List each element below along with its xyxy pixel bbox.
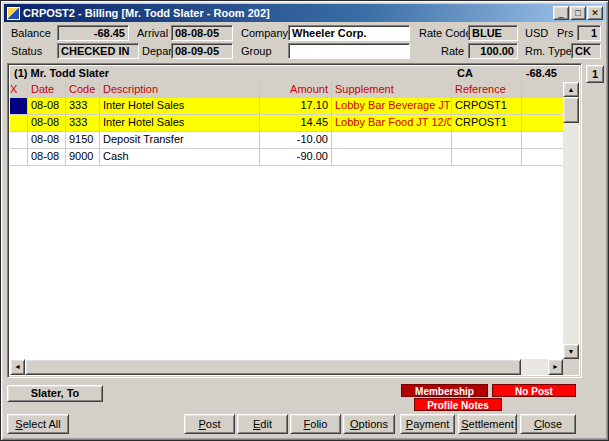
transactions-grid: (1) Mr. Todd Slater CA -68.45 X Date Cod…	[7, 63, 582, 378]
column-header-date[interactable]: Date	[28, 82, 66, 98]
cell-sel[interactable]	[10, 98, 28, 114]
guest-tab-button[interactable]: Slater, To	[7, 385, 103, 402]
rate-field: 100.00	[468, 43, 518, 59]
rm-type-field: CK	[571, 43, 601, 59]
guest-balance: -68.45	[526, 66, 557, 81]
app-icon	[7, 7, 20, 20]
cell-code[interactable]: 9150	[66, 132, 100, 148]
minimize-button-icon[interactable]: _	[553, 6, 569, 20]
cell-code[interactable]: 333	[66, 98, 100, 114]
cell-amount[interactable]: -90.00	[260, 149, 332, 165]
scroll-up-icon[interactable]: ▲	[563, 82, 579, 97]
cell-filler[interactable]	[522, 149, 563, 165]
payment-button[interactable]: Payment	[400, 414, 455, 434]
company-field[interactable]: Wheeler Corp.	[288, 25, 410, 41]
profile-notes-flag[interactable]: Profile Notes	[414, 398, 502, 411]
group-label: Group	[241, 44, 272, 59]
rate-label: Rate	[441, 44, 464, 59]
payment-type: CA	[457, 66, 473, 81]
grid-header-row: X Date Code Description Amount Supplemen…	[10, 82, 563, 99]
cell-filler[interactable]	[522, 98, 563, 114]
cell-date[interactable]: 08-08	[28, 115, 66, 131]
rm-type-label: Rm. Type	[525, 44, 572, 59]
cell-sel[interactable]	[10, 115, 28, 131]
column-header-filler	[522, 82, 563, 98]
cell-amount[interactable]: -10.00	[260, 132, 332, 148]
guest-header-bar[interactable]: (1) Mr. Todd Slater CA -68.45	[10, 66, 579, 83]
horizontal-scroll-thumb[interactable]	[25, 359, 521, 375]
prs-field: 1	[577, 25, 601, 41]
close-button[interactable]: Close	[520, 414, 576, 434]
balance-field: -68.45	[57, 25, 129, 41]
cell-reference[interactable]: CRPOST1	[452, 115, 522, 131]
grid-body: 08-08333Inter Hotel Sales17.10Lobby Bar …	[10, 98, 563, 359]
column-header-description[interactable]: Description	[100, 82, 260, 98]
cell-reference[interactable]: CRPOST1	[452, 98, 522, 114]
settlement-button[interactable]: Settlement	[458, 414, 517, 434]
cell-description[interactable]: Inter Hotel Sales	[100, 98, 260, 114]
edit-button[interactable]: Edit	[237, 414, 288, 434]
guest-name: (1) Mr. Todd Slater	[14, 66, 109, 81]
cell-amount[interactable]: 17.10	[260, 98, 332, 114]
prs-label: Prs	[557, 26, 574, 41]
membership-flag[interactable]: Membership	[401, 384, 488, 397]
no-post-flag[interactable]: No Post	[492, 384, 576, 397]
cell-supplement[interactable]: Lobby Bar Beverage JT 12/08	[332, 98, 452, 114]
table-row[interactable]: 08-08333Inter Hotel Sales14.45Lobby Bar …	[10, 115, 563, 132]
arrival-label: Arrival	[137, 26, 168, 41]
currency-label: USD	[525, 26, 548, 41]
cell-description[interactable]: Deposit Transfer	[100, 132, 260, 148]
status-label: Status	[11, 44, 42, 59]
cell-reference[interactable]	[452, 132, 522, 148]
scrollbar-corner	[563, 359, 579, 375]
scroll-left-icon[interactable]: ◄	[10, 359, 25, 375]
cell-supplement[interactable]	[332, 149, 452, 165]
billing-window: CRPOST2 - Billing [Mr. Todd Slater - Roo…	[0, 0, 609, 441]
cell-amount[interactable]: 14.45	[260, 115, 332, 131]
table-row[interactable]: 08-089000Cash-90.00	[10, 149, 563, 166]
table-row[interactable]: 08-08333Inter Hotel Sales17.10Lobby Bar …	[10, 98, 563, 115]
window-title: CRPOST2 - Billing [Mr. Todd Slater - Roo…	[23, 7, 552, 19]
rate-code-label: Rate Code	[419, 26, 472, 41]
cell-code[interactable]: 9000	[66, 149, 100, 165]
balance-label: Balance	[11, 26, 51, 41]
cell-code[interactable]: 333	[66, 115, 100, 131]
horizontal-scrollbar[interactable]: ◄ ►	[10, 359, 563, 375]
cell-date[interactable]: 08-08	[28, 149, 66, 165]
options-button[interactable]: Options	[343, 414, 395, 434]
title-bar[interactable]: CRPOST2 - Billing [Mr. Todd Slater - Roo…	[4, 4, 605, 22]
company-label: Company	[241, 26, 288, 41]
scroll-right-icon[interactable]: ►	[548, 359, 563, 375]
cell-sel[interactable]	[10, 132, 28, 148]
arrival-field: 08-08-05	[171, 25, 233, 41]
column-header-supplement[interactable]: Supplement	[332, 82, 452, 98]
column-header-x[interactable]: X	[10, 82, 28, 98]
cell-date[interactable]: 08-08	[28, 98, 66, 114]
close-button-icon[interactable]: ✕	[587, 6, 603, 20]
column-header-amount[interactable]: Amount	[260, 82, 332, 98]
post-button[interactable]: Post	[184, 414, 235, 434]
table-row[interactable]: 08-089150Deposit Transfer-10.00	[10, 132, 563, 149]
vertical-scrollbar[interactable]: ▲ ▼	[563, 82, 579, 359]
cell-description[interactable]: Inter Hotel Sales	[100, 115, 260, 131]
maximize-button-icon[interactable]: □	[570, 6, 586, 20]
select-all-button[interactable]: Select All	[7, 414, 69, 434]
status-field: CHECKED IN	[57, 43, 139, 59]
cell-supplement[interactable]: Lobby Bar Food JT 12/08/08	[332, 115, 452, 131]
cell-filler[interactable]	[522, 115, 563, 131]
depart-field: 08-09-05	[171, 43, 233, 59]
column-header-code[interactable]: Code	[66, 82, 100, 98]
page-1-button[interactable]: 1	[586, 65, 604, 83]
cell-description[interactable]: Cash	[100, 149, 260, 165]
cell-sel[interactable]	[10, 149, 28, 165]
cell-reference[interactable]	[452, 149, 522, 165]
group-field[interactable]	[288, 43, 410, 59]
cell-supplement[interactable]	[332, 132, 452, 148]
folio-button[interactable]: Folio	[290, 414, 341, 434]
cell-date[interactable]: 08-08	[28, 132, 66, 148]
vertical-scroll-thumb[interactable]	[563, 97, 579, 123]
column-header-reference[interactable]: Reference	[452, 82, 522, 98]
scroll-down-icon[interactable]: ▼	[563, 344, 579, 359]
cell-filler[interactable]	[522, 132, 563, 148]
rate-code-field: BLUE	[468, 25, 518, 41]
